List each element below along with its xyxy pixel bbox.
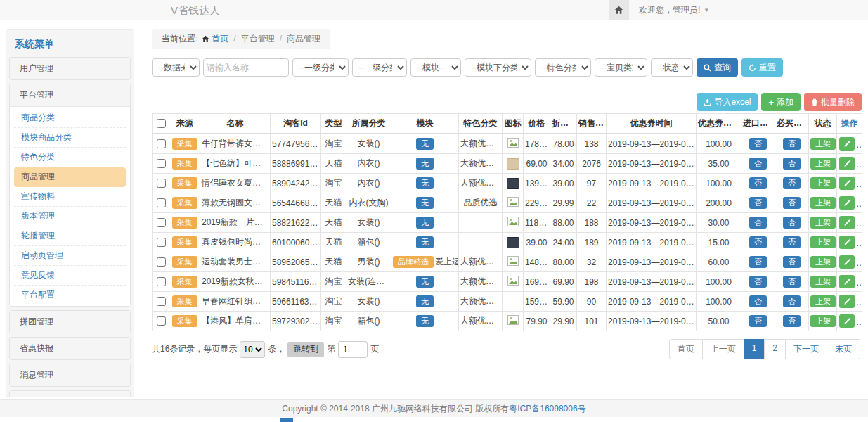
- status-badge[interactable]: 上架: [810, 256, 836, 268]
- import-select-toggle[interactable]: 否: [749, 276, 767, 288]
- edit-button[interactable]: [839, 314, 855, 328]
- sidebar-group-header[interactable]: 消息管理: [10, 364, 130, 386]
- edit-button[interactable]: [839, 236, 855, 249]
- row-checkbox[interactable]: [157, 139, 166, 148]
- sidebar-item[interactable]: 商品管理: [14, 167, 126, 187]
- page-button-首页[interactable]: 首页: [669, 339, 703, 359]
- status-badge[interactable]: 上架: [810, 158, 836, 170]
- status-badge[interactable]: 上架: [810, 217, 836, 229]
- filter-select[interactable]: --一级分类--: [292, 58, 349, 77]
- import-select-toggle[interactable]: 否: [749, 295, 767, 307]
- edit-button[interactable]: [839, 177, 855, 190]
- status-badge[interactable]: 上架: [810, 236, 836, 248]
- module-badge[interactable]: 无: [416, 177, 434, 189]
- module-badge[interactable]: 无: [416, 158, 434, 170]
- import-select-toggle[interactable]: 否: [749, 256, 767, 268]
- jump-page-input[interactable]: [338, 341, 368, 358]
- sidebar-item[interactable]: 特色分类: [14, 148, 126, 167]
- edit-button[interactable]: [839, 255, 855, 269]
- import-excel-button[interactable]: 导入excel: [697, 93, 758, 111]
- must-buy-toggle[interactable]: 否: [783, 177, 801, 189]
- sidebar-item[interactable]: 商品分类: [14, 108, 126, 128]
- edit-button[interactable]: [839, 295, 855, 308]
- must-buy-toggle[interactable]: 否: [783, 158, 801, 170]
- module-badge[interactable]: 无: [416, 197, 434, 209]
- module-badge[interactable]: 无: [416, 315, 434, 327]
- sidebar-group-header[interactable]: 拼团管理: [10, 311, 130, 333]
- jump-button[interactable]: 跳转到: [287, 342, 324, 357]
- module-badge[interactable]: 无: [416, 138, 434, 150]
- import-select-toggle[interactable]: 否: [749, 236, 767, 248]
- import-select-toggle[interactable]: 否: [749, 217, 767, 229]
- row-checkbox[interactable]: [157, 316, 166, 326]
- filter-select[interactable]: --状态--: [651, 58, 693, 77]
- search-button[interactable]: 查询: [697, 58, 738, 77]
- sidebar-group-header[interactable]: 用户管理: [10, 58, 130, 79]
- sidebar-item[interactable]: 平台配置: [14, 286, 126, 305]
- edit-button[interactable]: [839, 216, 855, 229]
- import-select-toggle[interactable]: 否: [749, 158, 767, 170]
- home-button[interactable]: [609, 0, 629, 20]
- import-select-toggle[interactable]: 否: [749, 197, 767, 209]
- must-buy-toggle[interactable]: 否: [783, 295, 801, 307]
- edit-button[interactable]: [839, 275, 855, 288]
- module-badge[interactable]: 无: [416, 276, 434, 288]
- filter-select[interactable]: --二级分类--: [352, 58, 407, 77]
- edit-button[interactable]: [839, 137, 855, 151]
- edit-button[interactable]: [839, 157, 855, 170]
- row-checkbox[interactable]: [157, 179, 166, 188]
- status-badge[interactable]: 上架: [810, 276, 836, 288]
- filter-select[interactable]: --宝贝类型--: [595, 58, 647, 77]
- row-checkbox[interactable]: [157, 297, 166, 306]
- sidebar-item[interactable]: 意见反馈: [14, 266, 126, 286]
- row-checkbox[interactable]: [157, 218, 166, 227]
- module-badge[interactable]: 无: [416, 236, 434, 248]
- must-buy-toggle[interactable]: 否: [783, 236, 801, 248]
- page-button-1[interactable]: 1: [744, 339, 765, 359]
- status-badge[interactable]: 上架: [810, 138, 836, 150]
- row-checkbox[interactable]: [157, 159, 166, 168]
- reset-button[interactable]: 重置: [741, 58, 783, 77]
- per-page-select[interactable]: 10: [240, 341, 265, 358]
- breadcrumb-home-link[interactable]: 首页: [212, 34, 228, 44]
- status-badge[interactable]: 上架: [810, 295, 836, 307]
- sidebar-group-header[interactable]: 订单管理: [10, 391, 130, 397]
- breadcrumb-item-platform[interactable]: 平台管理: [241, 34, 275, 44]
- row-checkbox[interactable]: [157, 257, 166, 267]
- page-button-下一页[interactable]: 下一页: [785, 339, 827, 359]
- status-badge[interactable]: 上架: [810, 197, 836, 209]
- must-buy-toggle[interactable]: 否: [783, 256, 801, 268]
- must-buy-toggle[interactable]: 否: [783, 276, 801, 288]
- page-button-上一页[interactable]: 上一页: [702, 339, 744, 359]
- add-button[interactable]: + 添加: [761, 93, 801, 111]
- sidebar-item[interactable]: 版本管理: [14, 207, 126, 226]
- batch-delete-button[interactable]: 批量删除: [804, 93, 862, 111]
- sidebar-item[interactable]: 启动页管理: [14, 246, 126, 266]
- sidebar-group-header[interactable]: 平台管理: [10, 84, 130, 106]
- import-select-toggle[interactable]: 否: [749, 138, 767, 150]
- filter-select[interactable]: --模块--: [410, 58, 461, 77]
- sidebar-item[interactable]: 宣传物料: [14, 187, 126, 207]
- status-badge[interactable]: 上架: [810, 177, 836, 189]
- must-buy-toggle[interactable]: 否: [783, 138, 801, 150]
- status-badge[interactable]: 上架: [810, 315, 836, 327]
- module-badge[interactable]: 无: [416, 295, 434, 307]
- edit-button[interactable]: [839, 196, 855, 210]
- name-search-input[interactable]: [203, 58, 289, 77]
- sidebar-group-header[interactable]: 省惠快报: [10, 338, 130, 359]
- filter-select[interactable]: --特色分类--: [535, 58, 591, 77]
- row-checkbox[interactable]: [157, 277, 166, 286]
- icp-link[interactable]: 粤ICP备16098006号: [509, 403, 585, 415]
- must-buy-toggle[interactable]: 否: [783, 197, 801, 209]
- must-buy-toggle[interactable]: 否: [783, 315, 801, 327]
- must-buy-toggle[interactable]: 否: [783, 217, 801, 229]
- module-badge[interactable]: 品牌精选: [393, 256, 434, 268]
- filter-select[interactable]: --数据来源--: [152, 58, 200, 77]
- import-select-toggle[interactable]: 否: [749, 177, 767, 189]
- sidebar-item[interactable]: 轮播管理: [14, 226, 126, 246]
- import-select-toggle[interactable]: 否: [749, 315, 767, 327]
- module-badge[interactable]: 无: [416, 217, 434, 229]
- user-menu[interactable]: 欢迎您，管理员! ▼: [629, 0, 719, 20]
- page-button-2[interactable]: 2: [764, 339, 786, 359]
- select-all-checkbox[interactable]: [157, 119, 166, 128]
